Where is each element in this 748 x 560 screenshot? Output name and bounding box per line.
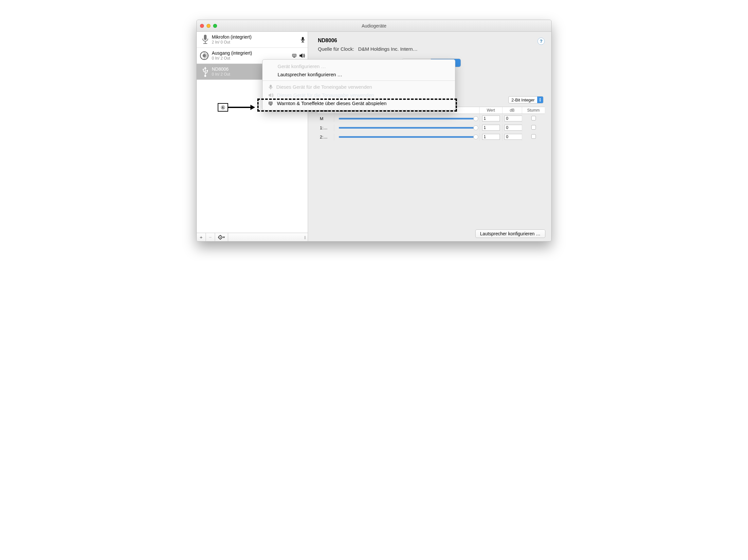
col-wert: Wert <box>479 107 502 114</box>
mute-checkbox[interactable] <box>531 125 536 130</box>
channel-row: 1:… <box>318 123 545 132</box>
configure-speakers-button[interactable]: Lautsprecher konfigurieren … <box>475 229 545 238</box>
col-stumm: Stumm <box>522 107 545 114</box>
svg-rect-20 <box>221 237 223 238</box>
svg-marker-21 <box>223 237 225 238</box>
channel-row: M <box>318 114 545 123</box>
add-device-button[interactable]: + <box>197 233 206 241</box>
device-name: Ausgang (integriert) <box>212 50 292 56</box>
speaker-cone-icon <box>199 49 212 62</box>
selected-device-title: ND8006 <box>318 38 538 44</box>
mute-checkbox[interactable] <box>531 116 536 120</box>
volume-slider[interactable] <box>339 127 476 129</box>
device-name: Mikrofon (integriert) <box>212 34 301 40</box>
volume-slider[interactable] <box>339 118 476 119</box>
channel-table: Kanal Lautstärke Wert dB Stumm M <box>318 107 545 141</box>
audio-devices-window: Audiogeräte Mikrofon (integriert) 2 In/ … <box>196 20 552 241</box>
wert-input[interactable] <box>482 134 500 140</box>
microphone-icon <box>199 33 212 46</box>
svg-point-13 <box>203 69 204 70</box>
gear-menu-button[interactable] <box>215 233 228 241</box>
volume-slider[interactable] <box>339 136 476 138</box>
resize-grip-icon[interactable]: ||| <box>304 235 308 239</box>
svg-rect-1 <box>205 41 206 43</box>
col-db: dB <box>502 107 522 114</box>
device-item-mic[interactable]: Mikrofon (integriert) 2 In/ 0 Out <box>197 32 308 48</box>
svg-rect-8 <box>292 54 296 56</box>
svg-rect-14 <box>207 70 208 71</box>
svg-point-16 <box>220 237 220 238</box>
clock-source-value[interactable]: D&M Holdings Inc. Intern… <box>358 46 418 52</box>
svg-rect-5 <box>302 42 304 43</box>
system-output-icon <box>292 53 298 58</box>
system-icon <box>268 101 274 106</box>
db-input[interactable] <box>505 134 522 140</box>
format-value: 2-Bit Integer <box>509 97 537 102</box>
clock-source-label: Quelle für Clock: <box>318 46 354 52</box>
format-select[interactable]: 2-Bit Integer ▲▼ <box>508 96 543 103</box>
speaker-icon <box>268 93 274 97</box>
channel-row: 2:… <box>318 132 545 141</box>
mic-badge-icon <box>301 37 305 43</box>
wert-input[interactable] <box>482 116 500 121</box>
svg-rect-25 <box>269 102 272 104</box>
menu-play-alerts[interactable]: Warnton & Toneffekte über dieses Gerät a… <box>262 99 455 107</box>
menu-configure-device[interactable]: Gerät konfigurieren … <box>262 62 455 70</box>
svg-rect-3 <box>302 37 304 40</box>
wert-input[interactable] <box>482 125 500 131</box>
mute-checkbox[interactable] <box>531 134 536 139</box>
sound-output-icon <box>299 53 305 58</box>
svg-rect-4 <box>302 41 303 42</box>
svg-rect-22 <box>270 85 272 88</box>
remove-device-button[interactable]: − <box>206 233 215 241</box>
sidebar-toolbar: + − ||| <box>197 233 308 241</box>
titlebar: Audiogeräte <box>197 20 551 32</box>
device-io: 2 In/ 0 Out <box>212 40 301 45</box>
svg-rect-2 <box>203 43 207 44</box>
stepper-arrows-icon: ▲▼ <box>537 97 543 103</box>
channel-label: M <box>318 115 334 122</box>
svg-marker-24 <box>269 93 271 97</box>
usb-icon <box>199 65 212 78</box>
svg-rect-26 <box>270 105 272 106</box>
menu-use-for-output[interactable]: Dieses Gerät für die Tonausgabe verwende… <box>262 91 455 99</box>
help-button[interactable]: ? <box>538 38 545 45</box>
microphone-icon <box>268 85 273 90</box>
svg-marker-10 <box>300 53 302 58</box>
channel-label: 1:… <box>318 124 334 131</box>
db-input[interactable] <box>505 116 522 121</box>
svg-rect-19 <box>218 237 219 238</box>
svg-rect-17 <box>220 235 220 236</box>
device-context-menu: Gerät konfigurieren … Lautsprecher konfi… <box>262 59 455 110</box>
svg-rect-23 <box>271 88 271 89</box>
db-input[interactable] <box>505 125 522 131</box>
svg-rect-18 <box>220 239 220 239</box>
window-title: Audiogeräte <box>197 23 551 28</box>
svg-rect-0 <box>204 35 207 40</box>
menu-use-for-input[interactable]: Dieses Gerät für die Toneingabe verwende… <box>262 83 455 91</box>
menu-configure-speakers[interactable]: Lautsprecher konfigurieren … <box>262 70 455 78</box>
svg-rect-9 <box>293 57 295 57</box>
channel-label: 2:… <box>318 134 334 140</box>
